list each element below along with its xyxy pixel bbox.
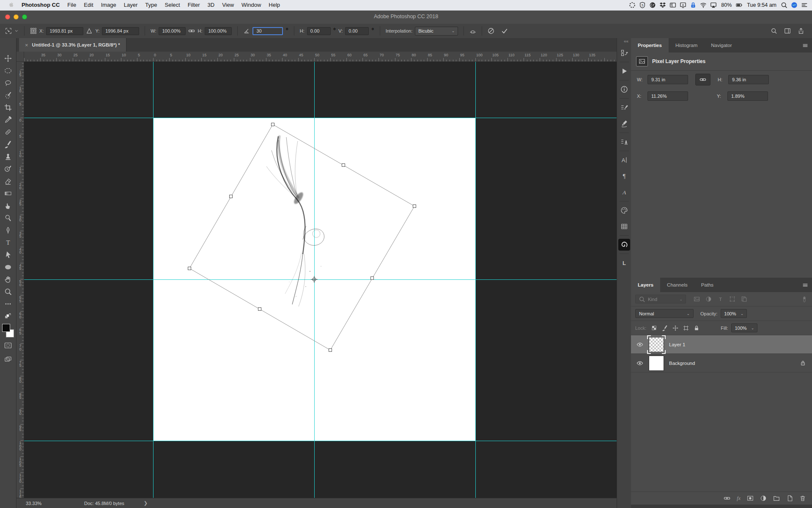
foreground-background-swatch[interactable] [2,324,14,337]
cancel-transform-button[interactable] [488,28,494,34]
lock-artboard-icon[interactable] [683,325,689,331]
menu-select[interactable]: Select [161,2,184,8]
gradient-tool[interactable] [1,187,15,199]
move-tool[interactable] [1,52,15,64]
close-window-button[interactable] [5,14,10,19]
clone-stamp-tool[interactable] [1,150,15,163]
menu-window[interactable]: Window [238,2,265,8]
transform-handle[interactable] [188,267,191,270]
character-panel-icon[interactable]: A [618,154,630,166]
battery-icon[interactable] [736,2,743,8]
elliptical-marquee-tool[interactable] [1,64,15,77]
lock-all-icon[interactable] [694,325,700,331]
prop-x-field[interactable]: 11.26% [647,91,688,101]
sync-spinner-icon[interactable] [629,2,636,8]
tab-channels[interactable]: Channels [660,278,694,292]
search-icon[interactable] [771,28,777,34]
prop-height-field[interactable]: 9.36 in [728,75,769,84]
info-panel-icon[interactable] [618,83,630,95]
reference-point-locator[interactable] [30,28,37,34]
layer-thumbnail[interactable] [649,337,664,352]
share-icon[interactable] [798,28,804,34]
eyedropper-tool[interactable] [1,113,15,126]
menu-edit[interactable]: Edit [80,2,97,8]
menu-file[interactable]: File [63,2,80,8]
layer-visibility-eye-icon[interactable] [634,341,645,348]
history-panel-icon[interactable] [618,47,630,59]
close-tab-icon[interactable]: × [25,42,28,48]
x-position-field[interactable]: 1993.81 px [46,27,83,35]
wifi-icon[interactable] [700,2,707,8]
menu-view[interactable]: View [218,2,238,8]
fill-field[interactable]: 100% ⌄ [731,323,757,332]
dropbox-icon[interactable] [659,2,666,8]
menu-type[interactable]: Type [141,2,161,8]
menu-layer[interactable]: Layer [120,2,142,8]
brush-settings-panel-icon[interactable] [618,102,630,113]
new-layer-icon[interactable] [786,495,793,502]
ruler-origin-corner[interactable] [16,52,24,62]
foreground-color-swatch[interactable] [2,324,10,332]
filter-type-icon[interactable]: T [717,296,724,302]
menu-3d[interactable]: 3D [204,2,219,8]
tab-layers[interactable]: Layers [631,278,660,292]
brush-tool[interactable] [1,138,15,150]
link-layers-icon[interactable] [724,495,730,502]
vertical-ruler[interactable]: 1510505101520253035404550556065707580859… [16,62,24,498]
new-group-icon[interactable] [773,495,780,502]
rotation-angle-field[interactable]: 30 [252,27,283,35]
tool-preset-chevron-icon[interactable] [14,28,19,34]
spiral-panel-icon[interactable] [618,239,630,251]
transform-handle[interactable] [329,349,332,352]
layer-filter-kind-dropdown[interactable]: Kind ⌄ [635,295,686,304]
layer-row[interactable]: Background [631,354,812,373]
filter-adjustment-icon[interactable] [705,296,712,302]
eraser-tool[interactable] [1,175,15,187]
airplay-display-icon[interactable] [710,2,717,8]
apple-menu-icon[interactable] [4,2,18,8]
libraries-panel-icon[interactable]: L [618,257,630,269]
layer-name[interactable]: Background [669,361,695,366]
maintain-aspect-ratio-icon[interactable] [188,28,195,34]
width-scale-field[interactable]: 100.00% [159,27,186,35]
skew-vertical-field[interactable]: 0.00 [345,27,369,35]
lock-app-icon[interactable] [690,2,697,8]
transform-handle[interactable] [413,205,416,208]
skew-horizontal-field[interactable]: 0.00 [307,27,331,35]
sidebar-window-icon[interactable] [669,2,676,8]
lasso-tool[interactable] [1,77,15,89]
crop-tool[interactable] [1,101,15,113]
dodge-tool[interactable] [1,212,15,224]
zoom-window-button[interactable] [22,14,27,19]
menu-photoshop-cc[interactable]: Photoshop CC [18,2,63,8]
prop-width-field[interactable]: 9.31 in [647,75,688,84]
y-position-field[interactable]: 1996.84 px [102,27,139,35]
zoom-level-field[interactable]: 33.33% [26,501,55,506]
lock-transparent-icon[interactable] [651,325,657,331]
history-brush-tool[interactable] [1,163,15,175]
layer-style-fx-icon[interactable]: fx [737,495,741,502]
tab-properties[interactable]: Properties [631,38,669,52]
delete-layer-icon[interactable] [799,495,806,502]
commit-transform-button[interactable] [501,28,508,34]
transform-tool-icon[interactable] [5,28,12,34]
menu-help[interactable]: Help [265,2,284,8]
display-mirroring-icon[interactable] [680,2,686,8]
workspace-switcher-icon[interactable] [784,28,791,34]
transform-reference-point[interactable] [311,276,318,283]
document-tab[interactable]: × Untitled-1 @ 33.3% (Layer 1, RGB/8*) * [19,38,126,52]
paragraph-panel-icon[interactable]: ¶ [618,170,630,182]
lock-pixels-icon[interactable] [662,325,668,331]
lock-position-icon[interactable] [672,325,678,331]
default-colors-icon[interactable] [1,310,15,322]
menu-filter[interactable]: Filter [184,2,204,8]
clone-source-panel-icon[interactable] [618,136,630,148]
layer-thumbnail[interactable] [649,356,664,371]
type-tool[interactable]: T [1,236,15,248]
quick-mask-icon[interactable] [1,339,15,351]
menu-image[interactable]: Image [97,2,120,8]
glyphs-panel-icon[interactable]: A [618,186,630,198]
siri-icon[interactable] [791,2,798,8]
opacity-field[interactable]: 100% ⌄ [721,309,747,318]
actions-panel-icon[interactable] [618,65,630,77]
